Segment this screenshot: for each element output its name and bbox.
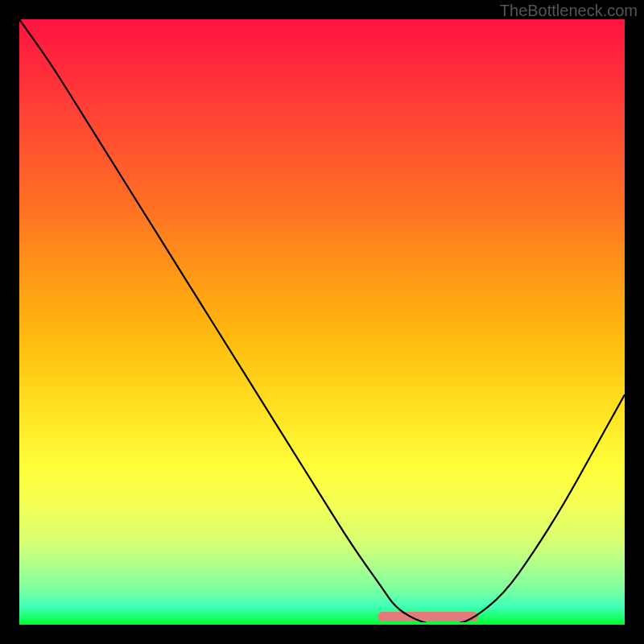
chart-svg	[19, 19, 625, 625]
watermark-text: TheBottleneck.com	[500, 2, 638, 20]
green-baseline-band	[19, 622, 625, 625]
chart-plot-area	[19, 19, 625, 625]
bottleneck-curve-line	[19, 19, 625, 625]
